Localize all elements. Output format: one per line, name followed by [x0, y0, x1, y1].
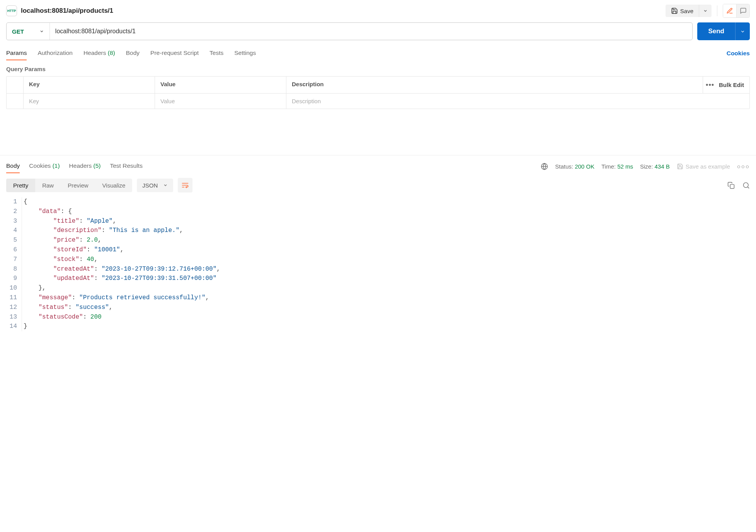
tab-body[interactable]: Body — [126, 46, 140, 60]
tab-params[interactable]: Params — [6, 46, 27, 60]
query-params-label: Query Params — [0, 60, 756, 76]
size-label: Size: — [640, 163, 653, 170]
svg-rect-4 — [730, 184, 734, 188]
status-meta[interactable]: Status: 200 OK — [555, 163, 594, 170]
chevron-down-icon — [740, 29, 745, 34]
tab-headers-label: Headers — [83, 49, 106, 56]
save-icon — [677, 163, 683, 170]
wrap-lines-button[interactable] — [178, 178, 192, 193]
edit-button[interactable] — [723, 4, 736, 17]
param-desc-input[interactable] — [292, 98, 698, 104]
http-badge-icon: HTTP — [6, 5, 17, 16]
resp-tab-cookies-count: (1) — [53, 162, 60, 169]
view-preview[interactable]: Preview — [61, 179, 95, 192]
status-label: Status: — [555, 163, 573, 170]
query-params-table: Key Value Description ••• Bulk Edit — [6, 76, 750, 109]
size-meta[interactable]: Size: 434 B — [640, 163, 670, 170]
language-select[interactable]: JSON — [137, 179, 173, 192]
save-icon — [671, 7, 678, 14]
bulk-edit-button[interactable]: Bulk Edit — [719, 82, 744, 88]
network-icon[interactable] — [541, 163, 548, 170]
resp-tab-cookies[interactable]: Cookies (1) — [29, 159, 60, 173]
pencil-icon — [726, 7, 733, 14]
comments-button[interactable] — [736, 4, 749, 17]
divider — [717, 5, 717, 16]
tab-headers-count: (8) — [108, 49, 115, 56]
send-dropdown-button[interactable] — [735, 22, 750, 40]
http-method-select[interactable]: GET — [7, 23, 50, 40]
response-body[interactable]: 1234567891011121314 { "data": { "title":… — [0, 197, 756, 331]
resp-tab-headers-label: Headers — [69, 162, 92, 169]
send-button[interactable]: Send — [697, 22, 735, 40]
view-visualize[interactable]: Visualize — [95, 179, 133, 192]
svg-line-6 — [747, 187, 749, 188]
resp-tab-headers-count: (5) — [94, 162, 101, 169]
resp-tab-body[interactable]: Body — [6, 159, 20, 173]
size-value: 434 B — [655, 163, 670, 170]
url-input[interactable] — [50, 23, 693, 40]
resp-tab-test-results[interactable]: Test Results — [110, 159, 142, 173]
cookies-link[interactable]: Cookies — [727, 50, 750, 57]
request-title: localhost:8081/api/products/1 — [21, 7, 662, 15]
tab-headers[interactable]: Headers (8) — [83, 46, 115, 60]
search-icon[interactable] — [742, 182, 750, 189]
time-meta[interactable]: Time: 52 ms — [601, 163, 633, 170]
chevron-down-icon — [163, 183, 168, 188]
save-label: Save — [680, 8, 693, 14]
tab-pre-request[interactable]: Pre-request Script — [150, 46, 199, 60]
response-more-icon[interactable]: ○○○ — [737, 163, 750, 170]
param-key-input[interactable] — [29, 98, 149, 104]
col-description: Description — [286, 77, 703, 93]
resp-tab-cookies-label: Cookies — [29, 162, 51, 169]
tab-authorization[interactable]: Authorization — [37, 46, 72, 60]
more-columns-icon[interactable]: ••• — [706, 81, 714, 89]
col-value: Value — [155, 77, 286, 93]
col-key: Key — [24, 77, 155, 93]
comment-icon — [740, 7, 747, 14]
language-value: JSON — [142, 182, 158, 189]
save-button[interactable]: Save — [666, 5, 699, 17]
chevron-down-icon — [39, 29, 44, 34]
resp-tab-headers[interactable]: Headers (5) — [69, 159, 101, 173]
save-dropdown-button[interactable] — [699, 5, 712, 17]
save-example-label: Save as example — [686, 163, 730, 170]
view-raw[interactable]: Raw — [35, 179, 61, 192]
view-pretty[interactable]: Pretty — [6, 179, 35, 192]
chevron-down-icon — [703, 9, 708, 13]
http-method-value: GET — [12, 28, 24, 35]
copy-icon[interactable] — [727, 182, 735, 189]
time-value: 52 ms — [617, 163, 633, 170]
param-value-input[interactable] — [160, 98, 281, 104]
time-label: Time: — [601, 163, 616, 170]
tab-settings[interactable]: Settings — [234, 46, 256, 60]
save-as-example-button[interactable]: Save as example — [677, 163, 730, 170]
tab-tests[interactable]: Tests — [209, 46, 223, 60]
status-value: 200 OK — [575, 163, 594, 170]
wrap-icon — [181, 181, 189, 189]
